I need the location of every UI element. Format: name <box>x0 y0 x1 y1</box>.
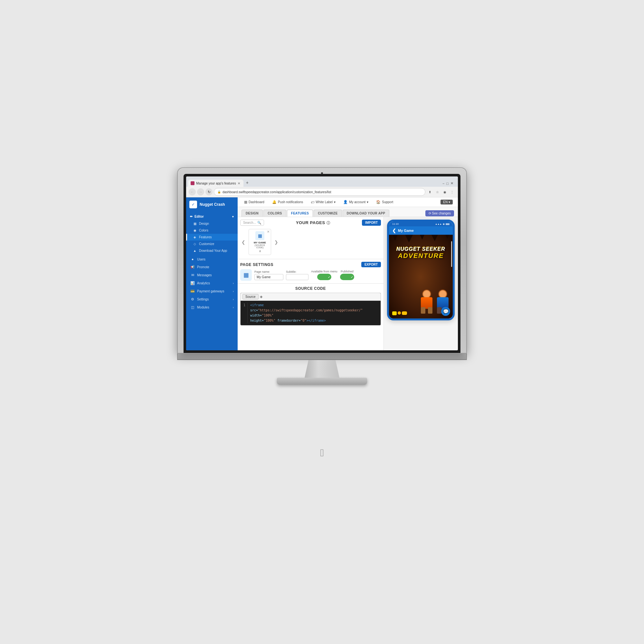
published-toggle-button[interactable]: ✓ <box>340 274 354 280</box>
stalactite-3 <box>420 235 424 240</box>
customize-label: Customize <box>199 242 214 246</box>
editor-label: Editor <box>194 215 204 218</box>
refresh-button[interactable]: ↻ <box>205 188 213 195</box>
code-content[interactable]: <iframe src="https://swiftspeedappcreato… <box>248 303 381 323</box>
new-tab-button[interactable]: + <box>243 178 251 187</box>
analytics-label: Analytics <box>197 281 210 285</box>
tab-colors[interactable]: COLORS <box>263 210 286 217</box>
address-bar[interactable]: 🔒 dashboard.swiftspeedappcreator.com/app… <box>214 188 425 196</box>
sidebar-item-analytics[interactable]: 📊 Analytics › <box>186 279 238 287</box>
browser-tab-active[interactable]: Manage your app's features ✕ <box>188 180 243 187</box>
sidebar-item-promote[interactable]: 📢 Promote <box>186 263 238 271</box>
subtitle-input[interactable] <box>286 274 308 280</box>
download-icon: ▲ <box>193 249 197 252</box>
page-settings-section: PAGE SETTINGS EXPORT ▦ Page name: <box>238 259 384 284</box>
sidebar-item-design[interactable]: ▦ Design <box>186 220 238 227</box>
white-label-arrow: ▾ <box>334 200 336 204</box>
sidebar-item-payment[interactable]: 💳 Payment gateways › <box>186 287 238 295</box>
win-maximize[interactable]: □ <box>446 182 449 185</box>
pages-title: YOUR PAGES ⓘ <box>267 220 359 225</box>
payment-icon: 💳 <box>190 289 195 293</box>
language-selector[interactable]: EN ▾ <box>440 200 453 204</box>
users-icon: ● <box>190 257 195 261</box>
battery-icon: ▮▮▮ <box>446 223 450 225</box>
val-frameborder: "0" <box>301 319 307 322</box>
account-label: My account <box>349 200 365 204</box>
sidebar-item-messages[interactable]: ✉ Messages <box>186 271 238 279</box>
monitor-chin <box>177 354 467 360</box>
nav-dashboard[interactable]: ▦ Dashboard <box>243 199 266 205</box>
design-icon: ▦ <box>193 222 197 225</box>
sidebar-item-modules[interactable]: ◫ Modules › <box>186 303 238 311</box>
phone-scroll-bar[interactable] <box>451 241 452 267</box>
page-card-collapse-icon[interactable]: ∧ <box>259 249 261 253</box>
push-label: Push notifications <box>278 200 303 204</box>
stalactite-1 <box>393 235 398 241</box>
wifi-icon: ◉ <box>443 223 445 225</box>
phone-time: 11:10 <box>392 223 399 225</box>
stand-base <box>277 378 367 385</box>
chat-fab-button[interactable]: 💬 <box>441 307 450 316</box>
published-toggle: Published ✓ <box>340 270 354 280</box>
browser-titlebar: Manage your app's features ✕ + − □ ✕ <box>186 176 458 197</box>
app-content: ✓ Nugget Crash ✏ Editor ▾ <box>186 197 458 350</box>
win-minimize[interactable]: − <box>442 182 444 185</box>
tab-customize[interactable]: CUSTOMIZE <box>314 210 342 217</box>
editor-pencil-icon: ✏ <box>190 215 193 218</box>
code-line-2: height="100%" frameborder="0"></iframe> <box>250 318 378 323</box>
search-placeholder: Search... <box>243 221 256 224</box>
page-card-my-game[interactable]: ✕ ▦ MY GAME (SOURCE CODE) ∧ <box>249 229 271 255</box>
import-button[interactable]: IMPORT <box>362 220 381 226</box>
search-box[interactable]: Search... 🔍 <box>240 220 264 226</box>
nav-push[interactable]: 🔔 Push notifications <box>271 199 304 205</box>
sidebar-item-colors[interactable]: ◉ Colors <box>186 227 238 234</box>
sidebar-item-features[interactable]: ◈ Features <box>186 234 238 241</box>
tab-design[interactable]: DESIGN <box>241 210 263 217</box>
pages-header: Search... 🔍 YOUR PAGES ⓘ IMPORT <box>240 220 381 226</box>
see-changes-button[interactable]: ⟳ See changes <box>425 210 454 216</box>
page-card-close-icon[interactable]: ✕ <box>267 230 270 233</box>
logo-checkmark: ✓ <box>192 202 195 207</box>
bookmark-icon[interactable]: ☆ <box>434 189 440 195</box>
phone-status-bar: 11:10 ▲▲▲ ◉ ▮▮▮ <box>389 222 453 226</box>
page-name-input[interactable] <box>254 274 283 280</box>
nugget-1 <box>392 311 397 315</box>
nav-account[interactable]: 👤 My account ▾ <box>342 199 370 205</box>
forward-button[interactable]: → <box>197 188 204 195</box>
menu-toggle-button[interactable]: ✓ <box>317 274 331 280</box>
promote-icon: 📢 <box>190 265 195 269</box>
sidebar-item-customize[interactable]: ◇ Customize <box>186 241 238 247</box>
right-panel: 11:10 ▲▲▲ ◉ ▮▮▮ <box>384 217 458 350</box>
sidebar-app-name: Nugget Crash <box>200 202 225 207</box>
sidebar-editor-header[interactable]: ✏ Editor ▾ <box>186 213 238 220</box>
sidebar-item-users[interactable]: ● Users <box>186 255 238 263</box>
page-icon-box: ▦ <box>240 269 252 281</box>
game-background: NUGGET SEEKER ADVENTURE <box>389 235 453 318</box>
sidebar-editor-section: ✏ Editor ▾ ▦ Design ◉ Co <box>186 212 238 255</box>
carousel-right-arrow[interactable]: ❯ <box>273 239 279 245</box>
tab-download[interactable]: DOWNLOAD YOUR APP <box>343 210 390 217</box>
menu-icon[interactable]: ⋮ <box>449 189 455 195</box>
modules-chevron: › <box>233 306 234 309</box>
extension-icon[interactable]: ◉ <box>441 189 448 195</box>
white-label-text: White Label <box>316 200 333 204</box>
customize-icon: ◇ <box>193 242 197 246</box>
carousel-left-arrow[interactable]: ❮ <box>240 239 247 245</box>
sidebar-item-download[interactable]: ▲ Download Your App <box>186 247 238 254</box>
url-text: dashboard.swiftspeedappcreator.com/appli… <box>223 190 331 194</box>
sidebar-item-settings[interactable]: ⚙ Settings › <box>186 295 238 303</box>
tab-features[interactable]: FEATURES <box>287 210 313 217</box>
nav-support[interactable]: 🏠 Support <box>375 199 394 205</box>
tab-close-icon[interactable]: ✕ <box>238 182 240 185</box>
lock-icon: 🔒 <box>217 190 221 194</box>
nugget-2 <box>398 311 401 315</box>
nav-white-label[interactable]: 🏷 White Label ▾ <box>309 200 337 205</box>
analytics-chevron: › <box>233 282 234 285</box>
source-button[interactable]: Source <box>242 294 259 299</box>
messages-icon: ✉ <box>190 273 195 277</box>
share-icon[interactable]: ⬆ <box>427 189 433 195</box>
export-button[interactable]: EXPORT <box>361 262 381 267</box>
phone-back-button[interactable]: ❮ <box>392 228 396 233</box>
win-close[interactable]: ✕ <box>450 181 453 185</box>
back-button[interactable]: ← <box>189 188 196 195</box>
